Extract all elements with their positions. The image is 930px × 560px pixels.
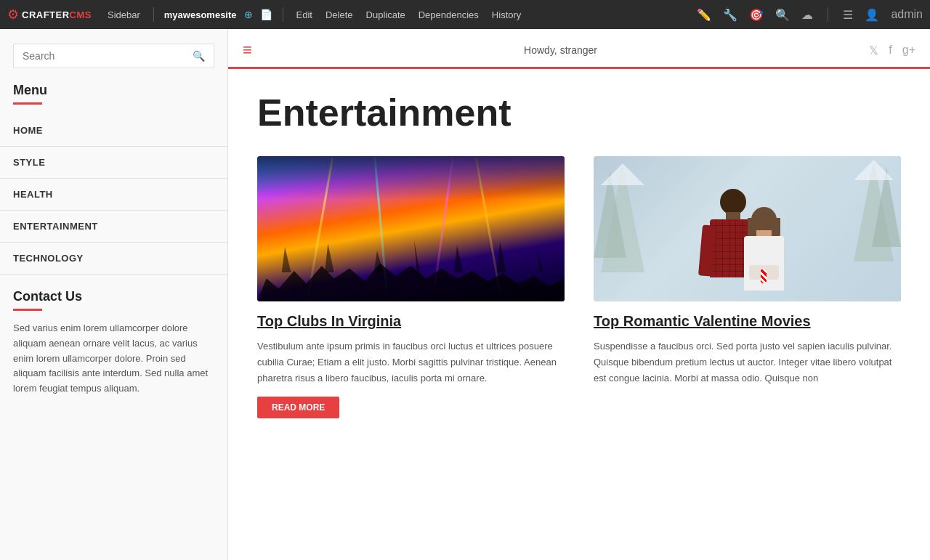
clubs-read-more[interactable]: READ MORE	[257, 397, 339, 418]
social-icons: 𝕏 f g+	[869, 44, 915, 57]
menu-red-bar	[13, 102, 42, 105]
page-title: Entertainment	[257, 91, 901, 134]
nav-item-home[interactable]: HOME	[0, 115, 227, 147]
article-card-valentine: Top Romantic Valentine Movies Suspendiss…	[594, 156, 901, 418]
right-icons: ✏️ 🔧 🎯 🔍 ☁ ☰ 👤 admin	[697, 7, 923, 22]
main-layout: 🔍 Menu HOME STYLE HEALTH ENTERTAINMENT T…	[0, 29, 930, 560]
admin-button[interactable]: admin	[891, 8, 923, 21]
nav-item-health[interactable]: HEALTH	[0, 179, 227, 211]
nav-item-entertainment[interactable]: ENTERTAINMENT	[0, 211, 227, 243]
page-content: Entertainment	[228, 69, 930, 440]
twitter-icon[interactable]: 𝕏	[869, 44, 878, 57]
nav-item-style[interactable]: STYLE	[0, 147, 227, 179]
contact-red-bar	[13, 309, 42, 311]
article-card-clubs: Top Clubs In Virginia Vestibulum ante ip…	[257, 156, 565, 418]
separator	[153, 7, 154, 22]
clubs-text: Vestibulum ante ipsum primis in faucibus…	[257, 338, 565, 386]
separator3	[828, 7, 828, 22]
logo-text: CRAFTERCMS	[22, 9, 92, 20]
gear-icon: ⚙	[7, 7, 19, 23]
menu-section: Menu	[0, 83, 227, 105]
contact-text: Sed varius enim lorem ullamcorper dolore…	[13, 321, 214, 397]
howdy-text: Howdy, stranger	[524, 44, 597, 56]
edit-button[interactable]: Edit	[294, 8, 315, 22]
doc-icon[interactable]: 📄	[260, 9, 272, 20]
target-icon[interactable]: 🎯	[749, 8, 764, 22]
search-box: 🔍	[13, 44, 214, 68]
logo-crafter: CRAFTER	[22, 9, 70, 20]
search-icon: 🔍	[193, 50, 205, 62]
nav-list: HOME STYLE HEALTH ENTERTAINMENT TECHNOLO…	[0, 115, 227, 275]
toolbar: ⚙ CRAFTERCMS Sidebar myawesomesite ⊕ 📄 E…	[0, 0, 930, 29]
search-container: 🔍	[0, 44, 227, 83]
valentine-image	[594, 156, 901, 301]
site-name: myawesomesite	[164, 9, 237, 20]
search-toolbar-icon[interactable]: 🔍	[775, 8, 790, 22]
contact-title: Contact Us	[13, 289, 214, 304]
contact-section: Contact Us Sed varius enim lorem ullamco…	[0, 275, 227, 411]
hamburger-icon[interactable]: ≡	[243, 41, 252, 60]
menu-icon[interactable]: ☰	[843, 8, 853, 22]
logo: ⚙ CRAFTERCMS	[7, 7, 92, 23]
wrench-icon[interactable]: 🔧	[723, 8, 737, 22]
dependencies-button[interactable]: Dependencies	[416, 8, 482, 22]
search-input[interactable]	[23, 50, 193, 62]
add-site-icon[interactable]: ⊕	[244, 9, 253, 20]
duplicate-button[interactable]: Duplicate	[363, 8, 408, 22]
nav-item-technology[interactable]: TECHNOLOGY	[0, 243, 227, 275]
separator2	[283, 7, 283, 22]
articles-grid: Top Clubs In Virginia Vestibulum ante ip…	[257, 156, 901, 418]
logo-cms: CMS	[70, 9, 92, 20]
valentine-title[interactable]: Top Romantic Valentine Movies	[594, 313, 901, 330]
menu-title: Menu	[13, 83, 214, 98]
googleplus-icon[interactable]: g+	[902, 44, 915, 57]
sidebar-button[interactable]: Sidebar	[105, 8, 143, 22]
clubs-title[interactable]: Top Clubs In Virginia	[257, 313, 565, 330]
pencil-icon[interactable]: ✏️	[697, 8, 711, 22]
user-icon[interactable]: 👤	[865, 8, 879, 22]
history-button[interactable]: History	[489, 8, 524, 22]
content-header: ≡ Howdy, stranger 𝕏 f g+	[228, 29, 930, 69]
valentine-text: Suspendisse a faucibus orci. Sed porta j…	[594, 338, 901, 386]
clubs-image	[257, 156, 565, 301]
facebook-icon[interactable]: f	[889, 44, 891, 57]
content-area: ≡ Howdy, stranger 𝕏 f g+ Entertainment	[228, 29, 930, 560]
upload-icon[interactable]: ☁	[801, 8, 813, 22]
sidebar: 🔍 Menu HOME STYLE HEALTH ENTERTAINMENT T…	[0, 29, 228, 560]
delete-button[interactable]: Delete	[323, 8, 356, 22]
